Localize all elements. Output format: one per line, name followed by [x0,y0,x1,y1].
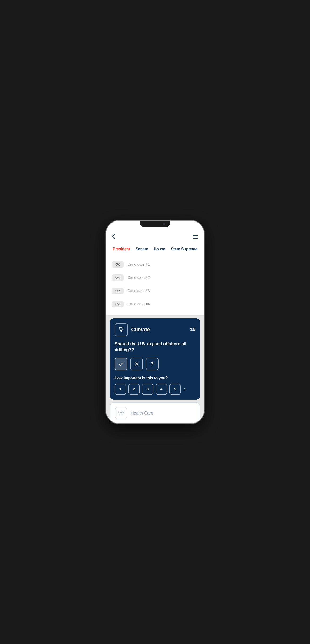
candidate-1-name: Candidate #1 [127,262,150,266]
answer-maybe-button[interactable]: ? [146,358,158,370]
screen-content: President Senate House State Supreme 0% … [106,221,204,423]
climate-header-left: Climate [115,323,150,336]
menu-line-2 [192,237,198,237]
menu-line-1 [192,235,198,236]
candidate-1-percent: 0% [112,261,124,268]
candidate-row-3[interactable]: 0% Candidate #3 [112,284,198,298]
tab-president[interactable]: President [111,246,132,252]
candidate-row-1[interactable]: 0% Candidate #1 [112,258,198,271]
phone-frame: President Senate House State Supreme 0% … [106,221,204,423]
answer-no-button[interactable] [130,358,143,370]
importance-btn-2[interactable]: 2 [128,384,140,395]
candidate-4-percent: 0% [112,301,124,308]
importance-btn-1[interactable]: 1 [115,384,126,395]
answer-yes-button[interactable] [115,358,127,370]
next-button[interactable]: › [184,386,186,392]
candidates-list: 0% Candidate #1 0% Candidate #2 0% Candi… [106,254,204,314]
front-camera [163,222,165,225]
importance-btn-3[interactable]: 3 [142,384,153,395]
tab-state-supreme[interactable]: State Supreme [169,246,199,252]
health-care-card[interactable]: Health Care [110,402,200,423]
climate-card-title: Climate [131,326,150,333]
candidate-row-2[interactable]: 0% Candidate #2 [112,271,198,284]
notch [140,221,170,227]
importance-btn-5[interactable]: 5 [169,384,181,395]
tab-senate[interactable]: Senate [134,246,150,252]
health-care-icon-box [115,407,127,419]
importance-btn-4[interactable]: 4 [156,384,167,395]
phone-screen: President Senate House State Supreme 0% … [106,221,204,423]
menu-button[interactable] [192,235,198,239]
issues-area: Climate 1/5 Should the U.S. expand offsh… [106,314,204,423]
answer-buttons: ? [115,358,195,370]
climate-icon-box [115,323,128,336]
health-care-label: Health Care [131,411,153,416]
candidate-2-name: Candidate #2 [127,276,150,280]
climate-question: Should the U.S. expand offshore oil dril… [115,341,195,353]
back-button[interactable] [112,234,115,240]
candidate-3-name: Candidate #3 [127,289,150,293]
climate-card-header: Climate 1/5 [115,323,195,336]
tab-house[interactable]: House [152,246,167,252]
candidate-4-name: Candidate #4 [127,302,150,306]
candidate-2-percent: 0% [112,274,124,281]
candidate-3-percent: 0% [112,288,124,294]
nav-tabs: President Senate House State Supreme [106,244,204,254]
climate-card: Climate 1/5 Should the U.S. expand offsh… [110,318,200,400]
menu-line-3 [192,238,198,239]
importance-buttons: 1 2 3 4 5 › [115,384,195,395]
climate-card-progress: 1/5 [190,328,195,332]
candidate-row-4[interactable]: 0% Candidate #4 [112,298,198,311]
importance-label: How important is this to you? [115,376,195,380]
